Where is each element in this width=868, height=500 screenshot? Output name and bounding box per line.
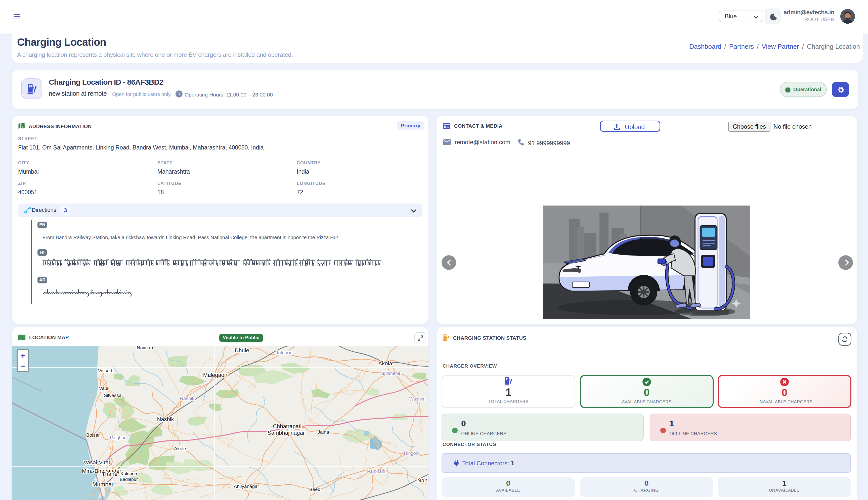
- svg-text:Boisar: Boisar: [86, 432, 100, 438]
- svg-text:Mumbai: Mumbai: [92, 481, 113, 488]
- svg-text:Thane: Thane: [102, 471, 118, 477]
- svg-text:Beed: Beed: [309, 487, 320, 492]
- svg-text:Malegaon: Malegaon: [203, 372, 227, 378]
- svg-text:Palghar: Palghar: [110, 435, 125, 440]
- svg-text:Parbhani: Parbhani: [367, 469, 385, 474]
- svg-text:Nand: Nand: [418, 477, 429, 484]
- svg-text:Silvassa: Silvassa: [104, 393, 122, 398]
- svg-text:Nashik: Nashik: [157, 416, 174, 422]
- svg-text:Valsad: Valsad: [98, 368, 112, 373]
- svg-text:Dhule: Dhule: [235, 347, 249, 353]
- svg-text:Akole: Akole: [174, 446, 186, 451]
- svg-text:Chhatrapati: Chhatrapati: [273, 423, 301, 429]
- svg-text:Hingoli: Hingoli: [404, 451, 418, 456]
- svg-text:Ahilyanagar: Ahilyanagar: [234, 484, 259, 489]
- svg-text:Jalgaon: Jalgaon: [276, 350, 293, 355]
- svg-text:Akola: Akola: [378, 360, 392, 366]
- svg-text:Jalna: Jalna: [318, 429, 329, 435]
- svg-text:Washim: Washim: [409, 397, 425, 401]
- svg-text:Badlapur: Badlapur: [120, 477, 138, 482]
- svg-text:Kulgaon: Kulgaon: [121, 471, 137, 476]
- svg-text:Buldhana: Buldhana: [381, 371, 401, 376]
- svg-text:Sambhajinagar: Sambhajinagar: [268, 430, 305, 436]
- svg-text:Navsari: Navsari: [137, 346, 153, 350]
- svg-text:Vasai-Virar: Vasai-Virar: [84, 459, 111, 466]
- svg-text:Nashik: Nashik: [180, 396, 194, 401]
- svg-text:Vapi: Vapi: [99, 386, 108, 391]
